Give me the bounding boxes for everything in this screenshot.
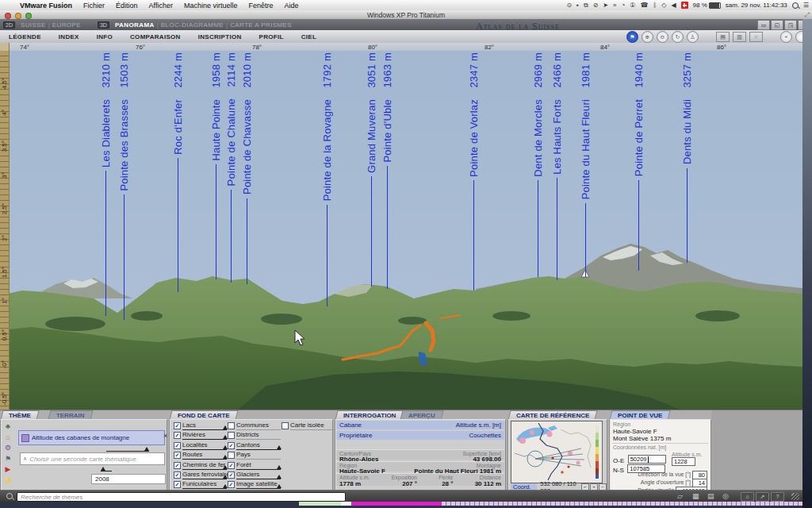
menubar-clock[interactable]: sam. 29 nov. 11:42:33 (726, 2, 787, 9)
layer-opacity-slider[interactable] (236, 469, 281, 470)
app-menu-comparaison[interactable]: COMPARAISON (121, 33, 190, 40)
print-icon[interactable]: ▤ (707, 492, 714, 500)
checkbox-carte-isol-e[interactable] (282, 422, 289, 429)
year-slider[interactable] (101, 471, 112, 471)
home-button[interactable]: ⌂ (741, 492, 754, 502)
mac-menu-item[interactable]: Machine virtuelle (178, 2, 243, 10)
checkbox-for-t[interactable]: ✓ (228, 462, 235, 469)
checkbox-districts[interactable] (228, 432, 235, 439)
checkbox-funiculaires[interactable]: ✓ (174, 481, 181, 488)
layer-slider-thumb[interactable] (277, 475, 282, 479)
year-field[interactable]: 2008 (91, 474, 166, 484)
checkbox-image-satellite[interactable]: ✓ (228, 481, 235, 488)
theme-search-input[interactable] (17, 492, 346, 502)
swiss-flag-icon[interactable] (681, 2, 688, 9)
reference-map[interactable] (511, 421, 603, 483)
tab-panorama[interactable]: PANORAMA (113, 21, 157, 29)
app-menu-info[interactable]: INFO (88, 33, 121, 40)
layer-slider-thumb[interactable] (277, 484, 282, 488)
displays-menu-icon[interactable]: ⧉ (584, 2, 588, 10)
layer-opacity-slider[interactable] (182, 479, 227, 479)
layer-opacity-slider[interactable] (236, 449, 281, 450)
collapse-panel-button[interactable]: « (780, 31, 792, 43)
layout-off-button[interactable]: ✕ (749, 32, 763, 42)
checkbox-lacs[interactable]: ✓ (174, 422, 181, 429)
layer-slider-thumb[interactable] (277, 445, 282, 449)
bluetooth-menu-icon[interactable]: ᛒ (653, 2, 657, 9)
theme-opacity-slider[interactable] (106, 451, 149, 452)
checkbox-communes[interactable] (228, 422, 235, 429)
app-menu-légende[interactable]: LÉGENDE (0, 33, 50, 40)
layer-opacity-slider[interactable] (236, 479, 281, 479)
layer-opacity-slider[interactable] (290, 429, 335, 430)
layer-opacity-slider[interactable] (182, 459, 227, 460)
accessibility-menu-icon[interactable]: ① (630, 2, 635, 9)
mac-menu-item[interactable]: Afficher (144, 2, 178, 10)
year-slider-thumb[interactable] (101, 467, 105, 471)
web-icon[interactable]: ◎ (722, 492, 729, 500)
app-menu-index[interactable]: INDEX (50, 33, 88, 40)
battery-indicator[interactable]: 98 % (693, 2, 721, 9)
layer-opacity-slider[interactable] (182, 429, 227, 430)
layout-split-button[interactable]: ▥ (733, 32, 746, 42)
help-button[interactable]: ? (771, 492, 784, 502)
spaces-menu-icon[interactable]: ➤ (603, 2, 608, 9)
notification-list-icon[interactable]: ☰ (803, 2, 809, 9)
timemachine-menu-icon[interactable]: ⊘ (593, 2, 599, 9)
energy-theme-icon[interactable]: ⚡ (3, 476, 13, 485)
maximize-button[interactable]: ◳ (784, 20, 797, 30)
zoom-in-button[interactable]: ⊕ (642, 31, 653, 43)
tab-suisse[interactable]: SUISSE (18, 21, 48, 29)
checkbox-localit-s[interactable]: ✓ (174, 442, 181, 449)
zoom-out-button[interactable]: ⊖ (657, 31, 668, 43)
remove-theme-button[interactable]: × (163, 432, 167, 440)
pan-button[interactable]: ↻ (672, 31, 684, 43)
theme-slider-thumb[interactable] (144, 447, 149, 451)
nature-theme-icon[interactable]: ♣ (3, 422, 13, 431)
layer-opacity-slider[interactable] (236, 439, 281, 440)
checkbox-chemins-de-fer[interactable]: ✓ (174, 462, 181, 469)
query-row-cabane[interactable]: Cabane Altitude s.m. [m] (336, 421, 504, 429)
export-icon[interactable]: ▦ (692, 492, 699, 500)
fastforward-menu-icon[interactable]: » (613, 2, 616, 9)
app-menu-inscription[interactable]: INSCRIPTION (190, 33, 251, 40)
mac-menu-item[interactable]: VMware Fusion (14, 2, 78, 10)
query-row-proprietaire[interactable]: Propriétaire Couchettes (336, 431, 504, 440)
navigate-flag-button[interactable]: ⚑ (626, 31, 638, 43)
vm-resize-icon[interactable]: ⤢ (805, 11, 810, 19)
layer-opacity-slider[interactable] (236, 459, 281, 460)
buildings-theme-icon[interactable]: ⌂ (3, 433, 13, 442)
society-theme-icon[interactable]: ⚙ (3, 444, 13, 452)
checkbox-gares-ferroviaires[interactable]: ✓ (174, 471, 181, 479)
mac-menu-item[interactable]: Fenêtre (243, 2, 278, 10)
vm-menu-icon[interactable]: ▪ (576, 2, 579, 9)
checkbox-rivi-res[interactable]: ✓ (174, 432, 181, 439)
sync-menu-icon[interactable]: ⊙ (566, 2, 572, 9)
layer-slider-thumb[interactable] (277, 465, 282, 469)
restore-button[interactable]: ◱ (771, 20, 783, 30)
spotlight-icon[interactable] (792, 2, 799, 9)
app-menu-profil[interactable]: PROFIL (251, 33, 293, 40)
panorama-view[interactable]: 4.5°4°3.5°3°2.5°2°1.5°1°0.5°-0°-0.5° 321… (0, 51, 802, 410)
app-menu-ciel[interactable]: CIEL (293, 33, 325, 40)
altitude-field[interactable]: 1228 (672, 457, 695, 466)
second-theme-combo[interactable]: ∧ Choisir une seconde carte thématique (20, 452, 165, 465)
mac-menu-item[interactable]: Aide (278, 2, 304, 10)
transport-theme-icon[interactable]: ▶ (3, 465, 13, 474)
selected-theme[interactable]: Altitude des cabanes de montagne (18, 430, 165, 445)
phone-menu-icon[interactable]: ☎ (641, 2, 649, 9)
layout-single-button[interactable]: ▤ (716, 32, 730, 42)
layer-opacity-slider[interactable] (182, 469, 227, 470)
checkbox-pays[interactable] (228, 452, 235, 459)
tab-carte-a-prismes[interactable]: CARTE A PRISMES (228, 21, 294, 29)
clock-menu-icon[interactable]: ◔ (622, 2, 626, 9)
tab-bloc-diagramme[interactable]: BLOC-DIAGRAMME (159, 21, 226, 29)
link-button[interactable]: ↗ (756, 492, 769, 502)
open-file-icon[interactable]: ▱ (677, 492, 683, 500)
mac-menu-item[interactable]: Fichier (78, 2, 110, 10)
resize-grip[interactable] (791, 493, 799, 500)
viewpoint-button[interactable]: ♙ (687, 31, 699, 43)
layer-opacity-slider[interactable] (182, 449, 227, 450)
mac-menu-item[interactable]: Édition (110, 2, 144, 10)
wifi-menu-icon[interactable]: ◇ (661, 2, 666, 9)
